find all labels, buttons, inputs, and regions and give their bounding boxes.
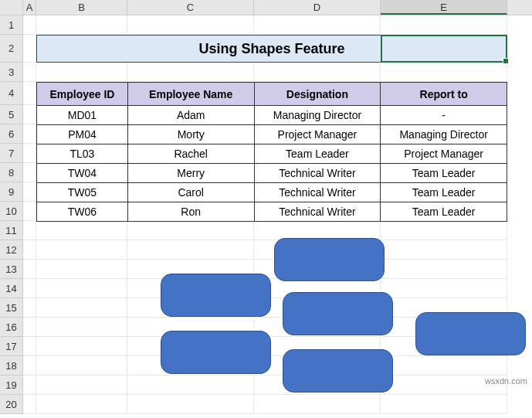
cell-name[interactable]: Merry <box>127 164 254 183</box>
cell-id[interactable]: PM04 <box>37 125 128 144</box>
header-employee-id[interactable]: Employee ID <box>37 83 128 106</box>
row-header-20[interactable]: 20 <box>0 395 23 414</box>
table-row: PM04 Morty Project Manager Managing Dire… <box>37 125 507 144</box>
row-header-16[interactable]: 16 <box>0 318 23 337</box>
select-all-corner[interactable] <box>0 0 23 15</box>
table-row: TW05 Carol Technical Writer Team Leader <box>37 183 507 202</box>
employee-table: Employee ID Employee Name Designation Re… <box>36 82 507 222</box>
cell-id[interactable]: TW05 <box>37 183 128 202</box>
cell-report-to[interactable]: Team Leader <box>381 183 507 202</box>
row-header-3[interactable]: 3 <box>0 63 23 82</box>
spreadsheet-grid: A B C D E 1 2 3 4 5 6 7 8 9 10 11 12 13 … <box>0 0 532 418</box>
cell-id[interactable]: TL03 <box>37 144 128 164</box>
title-text: Using Shapes Feature <box>198 41 344 57</box>
header-report-to[interactable]: Report to <box>381 83 507 106</box>
row-header-2[interactable]: 2 <box>0 35 23 63</box>
cell-id[interactable]: TW04 <box>37 164 128 183</box>
cell-designation[interactable]: Technical Writer <box>254 183 381 202</box>
row-header-15[interactable]: 15 <box>0 298 23 318</box>
column-headers-row: A B C D E <box>0 0 532 15</box>
col-header-A[interactable]: A <box>23 0 36 15</box>
title-banner[interactable]: Using Shapes Feature <box>36 35 507 63</box>
cell-report-to[interactable]: Project Manager <box>381 144 507 164</box>
row-header-6[interactable]: 6 <box>0 124 23 144</box>
row-header-1[interactable]: 1 <box>0 15 23 35</box>
table-header-row: Employee ID Employee Name Designation Re… <box>37 83 507 106</box>
row-headers: 1 2 3 4 5 6 7 8 9 10 11 12 13 14 15 16 1… <box>0 15 23 414</box>
cell-designation[interactable]: Project Manager <box>254 125 381 144</box>
rounded-rectangle-shape[interactable] <box>283 292 393 335</box>
row-header-5[interactable]: 5 <box>0 105 23 124</box>
cell-id[interactable]: TW06 <box>37 202 128 222</box>
header-designation[interactable]: Designation <box>254 83 381 106</box>
cell-report-to[interactable]: Team Leader <box>381 202 507 222</box>
row-header-7[interactable]: 7 <box>0 144 23 163</box>
row-header-10[interactable]: 10 <box>0 202 23 221</box>
col-header-D[interactable]: D <box>254 0 381 15</box>
rounded-rectangle-shape[interactable] <box>415 312 526 355</box>
cell-name[interactable]: Ron <box>127 202 254 222</box>
cell-id[interactable]: MD01 <box>37 106 128 125</box>
watermark: wsxdn.com <box>485 376 527 386</box>
row-header-13[interactable]: 13 <box>0 260 23 279</box>
cell-report-to[interactable]: - <box>381 106 507 125</box>
row-header-19[interactable]: 19 <box>0 376 23 395</box>
header-employee-name[interactable]: Employee Name <box>127 83 254 106</box>
row-header-4[interactable]: 4 <box>0 82 23 105</box>
row-header-9[interactable]: 9 <box>0 182 23 202</box>
cell-name[interactable]: Morty <box>127 125 254 144</box>
row-header-18[interactable]: 18 <box>0 356 23 376</box>
table-row: TL03 Rachel Team Leader Project Manager <box>37 144 507 164</box>
cell-name[interactable]: Carol <box>127 183 254 202</box>
table-row: TW04 Merry Technical Writer Team Leader <box>37 164 507 183</box>
cell-designation[interactable]: Managing Director <box>254 106 381 125</box>
row-header-17[interactable]: 17 <box>0 337 23 356</box>
cell-designation[interactable]: Team Leader <box>254 144 381 164</box>
table-row: TW06 Ron Technical Writer Team Leader <box>37 202 507 222</box>
table-row: MD01 Adam Managing Director - <box>37 106 507 125</box>
rounded-rectangle-shape[interactable] <box>161 331 271 374</box>
rounded-rectangle-shape[interactable] <box>274 238 385 281</box>
row-header-8[interactable]: 8 <box>0 163 23 182</box>
row-header-14[interactable]: 14 <box>0 279 23 298</box>
cell-name[interactable]: Adam <box>127 106 254 125</box>
cell-report-to[interactable]: Managing Director <box>381 125 507 144</box>
rounded-rectangle-shape[interactable] <box>161 274 271 317</box>
rounded-rectangle-shape[interactable] <box>283 349 393 393</box>
cell-designation[interactable]: Technical Writer <box>254 164 381 183</box>
cell-name[interactable]: Rachel <box>127 144 254 164</box>
col-header-B[interactable]: B <box>36 0 127 15</box>
col-header-C[interactable]: C <box>127 0 254 15</box>
row-header-12[interactable]: 12 <box>0 240 23 260</box>
cell-designation[interactable]: Technical Writer <box>254 202 381 222</box>
row-header-11[interactable]: 11 <box>0 221 23 240</box>
col-header-E[interactable]: E <box>381 0 507 15</box>
cell-report-to[interactable]: Team Leader <box>381 164 507 183</box>
cells-area[interactable]: Using Shapes Feature Employee ID Employe… <box>23 15 532 414</box>
